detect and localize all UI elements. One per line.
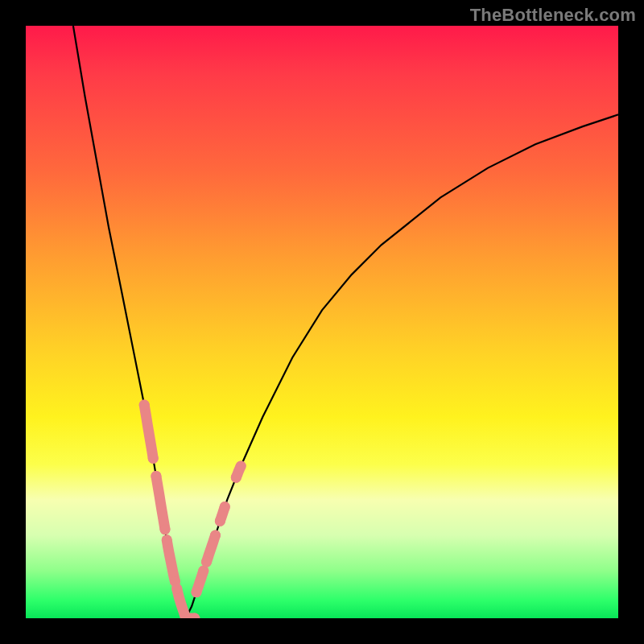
- highlight-dot: [162, 535, 172, 545]
- highlight-segment: [167, 540, 175, 582]
- highlight-dot: [198, 566, 208, 576]
- highlight-dot: [215, 516, 225, 526]
- curve-right-branch: [186, 114, 618, 618]
- highlight-dot: [151, 471, 161, 481]
- highlight-dot: [192, 587, 202, 597]
- highlight-dot: [236, 461, 246, 472]
- highlight-markers: [139, 400, 246, 619]
- chart-frame: TheBottleneck.com: [0, 0, 644, 644]
- highlight-dot: [148, 453, 159, 464]
- highlight-dot: [220, 502, 230, 512]
- highlight-segment: [156, 476, 165, 529]
- highlight-dot: [201, 557, 212, 568]
- highlight-dot: [139, 400, 150, 411]
- highlight-dot: [210, 530, 221, 541]
- highlight-segment: [144, 405, 153, 458]
- chart-svg: [26, 26, 618, 618]
- highlight-dot: [171, 584, 182, 594]
- highlight-dot: [160, 524, 171, 535]
- highlight-dot: [231, 473, 242, 483]
- watermark-text: TheBottleneck.com: [470, 5, 636, 26]
